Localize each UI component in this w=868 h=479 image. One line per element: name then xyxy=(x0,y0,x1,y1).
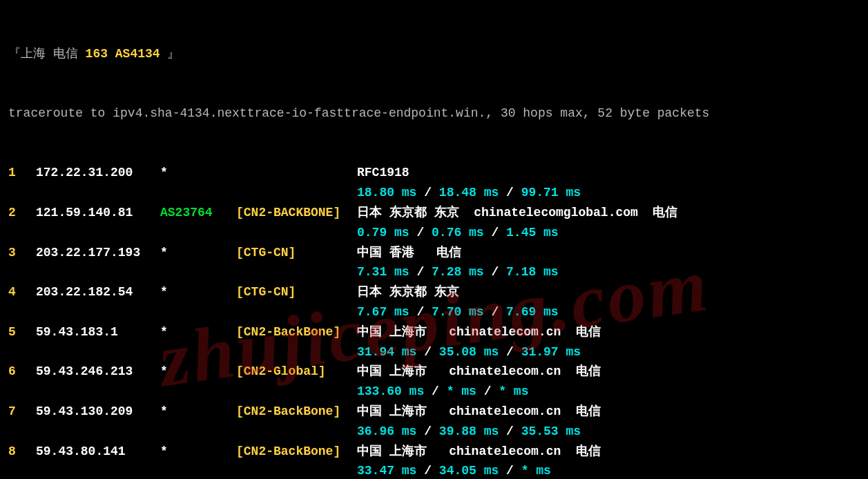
hop-ip: 172.22.31.200 xyxy=(36,163,160,183)
hop-number: 2 xyxy=(8,203,36,223)
hop-number: 1 xyxy=(8,163,36,183)
latency-value: 1.45 ms xyxy=(506,226,559,240)
hop-ip: 203.22.182.54 xyxy=(36,282,160,302)
latency-separator: / xyxy=(424,384,446,398)
hop-location: 中国 上海市 chinatelecom.cn 电信 xyxy=(357,442,860,462)
latency-value: 31.94 ms xyxy=(357,345,416,359)
hop-ip: 121.59.140.81 xyxy=(36,203,160,223)
latency-value: 7.70 ms xyxy=(432,305,484,319)
hop-asn: * xyxy=(160,163,236,183)
hop-location: RFC1918 xyxy=(357,163,860,183)
hop-asn: AS23764 xyxy=(160,203,236,223)
hop-latency: 36.96 ms / 39.88 ms / 35.53 ms xyxy=(357,422,860,442)
hop-ip: 59.43.80.141 xyxy=(36,442,160,462)
hop-row: 1172.22.31.200*RFC1918 xyxy=(8,163,860,183)
latency-separator: / xyxy=(484,226,506,240)
latency-value: 35.08 ms xyxy=(439,345,499,359)
trace-command: traceroute to ipv4.sha-4134.nexttrace-io… xyxy=(8,104,860,124)
latency-separator: / xyxy=(416,424,438,438)
hop-row: 759.43.130.209*[CN2-BackBone]中国 上海市 chin… xyxy=(8,402,860,422)
latency-value: 133.60 ms xyxy=(357,384,424,398)
hop-network-tag: [CN2-BACKBONE] xyxy=(236,203,357,223)
latency-separator: / xyxy=(484,305,506,319)
hop-latency: 18.80 ms / 18.48 ms / 99.71 ms xyxy=(357,183,860,203)
hop-latency: 33.47 ms / 34.05 ms / * ms xyxy=(357,461,860,479)
hop-network-tag: [CN2-BackBone] xyxy=(236,402,357,422)
hop-row: 859.43.80.141*[CN2-BackBone]中国 上海市 china… xyxy=(8,442,860,462)
hop-latency: 7.31 ms / 7.28 ms / 7.18 ms xyxy=(357,262,860,282)
latency-value: * ms xyxy=(499,384,528,398)
latency-separator: / xyxy=(416,186,438,199)
latency-value: 33.47 ms xyxy=(357,464,416,478)
hop-network-tag: [CN2-Global] xyxy=(236,362,357,382)
latency-value: * ms xyxy=(521,464,551,478)
hop-location: 日本 东京都 东京 xyxy=(357,282,860,302)
latency-separator: / xyxy=(416,464,438,478)
trace-header: 『上海 电信 163 AS4134 』 xyxy=(8,44,860,64)
latency-value: 7.28 ms xyxy=(432,265,484,279)
hop-network-tag: [CN2-BackBone] xyxy=(236,322,357,342)
latency-value: 34.05 ms xyxy=(439,464,499,478)
latency-value: 7.67 ms xyxy=(357,305,409,319)
hop-ip: 203.22.177.193 xyxy=(36,243,160,263)
latency-value: 7.18 ms xyxy=(506,265,559,279)
latency-separator: / xyxy=(409,305,432,319)
hop-number: 5 xyxy=(8,322,36,342)
hop-latency: 0.79 ms / 0.76 ms / 1.45 ms xyxy=(357,223,860,243)
latency-separator: / xyxy=(409,226,432,240)
hop-asn: * xyxy=(160,402,236,422)
latency-separator: / xyxy=(409,265,432,279)
latency-value: * ms xyxy=(447,384,476,398)
latency-value: 31.97 ms xyxy=(521,345,581,359)
hop-asn: * xyxy=(160,362,236,382)
hop-row: 2121.59.140.81AS23764[CN2-BACKBONE]日本 东京… xyxy=(8,203,860,223)
hop-number: 8 xyxy=(8,442,36,462)
hop-row: 3203.22.177.193*[CTG-CN]中国 香港 电信 xyxy=(8,243,860,263)
hop-latency: 7.67 ms / 7.70 ms / 7.69 ms xyxy=(357,302,860,322)
hop-network-tag: [CTG-CN] xyxy=(236,243,357,263)
hop-ip: 59.43.246.213 xyxy=(36,362,160,382)
latency-separator: / xyxy=(499,186,521,199)
latency-value: 99.71 ms xyxy=(521,186,581,199)
hop-asn: * xyxy=(160,282,236,302)
hop-row: 559.43.183.1*[CN2-BackBone]中国 上海市 chinat… xyxy=(8,322,860,342)
hop-number: 4 xyxy=(8,282,36,302)
latency-separator: / xyxy=(476,384,499,398)
hop-number: 6 xyxy=(8,362,36,382)
hop-asn: * xyxy=(160,442,236,462)
hop-number: 7 xyxy=(8,402,36,422)
hop-asn: * xyxy=(160,322,236,342)
latency-separator: / xyxy=(484,265,506,279)
hop-location: 中国 上海市 chinatelecom.cn 电信 xyxy=(357,322,860,342)
hop-network-tag: [CN2-BackBone] xyxy=(236,442,357,462)
hop-number: 3 xyxy=(8,243,36,263)
hop-asn: * xyxy=(160,243,236,263)
latency-separator: / xyxy=(499,464,521,478)
hop-location: 中国 香港 电信 xyxy=(357,243,860,263)
hop-location: 中国 上海市 chinatelecom.cn 电信 xyxy=(357,402,860,422)
hop-ip: 59.43.183.1 xyxy=(36,322,160,342)
terminal-output: 『上海 电信 163 AS4134 』 traceroute to ipv4.s… xyxy=(0,0,868,479)
latency-value: 0.76 ms xyxy=(432,226,484,240)
latency-value: 35.53 ms xyxy=(521,424,581,438)
latency-separator: / xyxy=(416,345,438,359)
hop-latency: 133.60 ms / * ms / * ms xyxy=(357,382,860,402)
hop-location: 日本 东京都 东京 chinatelecomglobal.com 电信 xyxy=(357,203,860,223)
latency-value: 18.80 ms xyxy=(357,186,416,199)
latency-separator: / xyxy=(499,424,521,438)
hop-network-tag xyxy=(236,163,357,183)
hop-latency: 31.94 ms / 35.08 ms / 31.97 ms xyxy=(357,342,860,362)
latency-value: 7.31 ms xyxy=(357,265,409,279)
hop-ip: 59.43.130.209 xyxy=(36,402,160,422)
latency-value: 0.79 ms xyxy=(357,226,409,240)
hop-network-tag: [CTG-CN] xyxy=(236,282,357,302)
latency-value: 18.48 ms xyxy=(439,186,499,199)
latency-value: 39.88 ms xyxy=(439,424,499,438)
hop-row: 4203.22.182.54*[CTG-CN]日本 东京都 东京 xyxy=(8,282,860,302)
latency-value: 36.96 ms xyxy=(357,424,416,438)
latency-separator: / xyxy=(499,345,521,359)
hop-row: 659.43.246.213*[CN2-Global]中国 上海市 chinat… xyxy=(8,362,860,382)
latency-value: 7.69 ms xyxy=(506,305,559,319)
hop-location: 中国 上海市 chinatelecom.cn 电信 xyxy=(357,362,860,382)
